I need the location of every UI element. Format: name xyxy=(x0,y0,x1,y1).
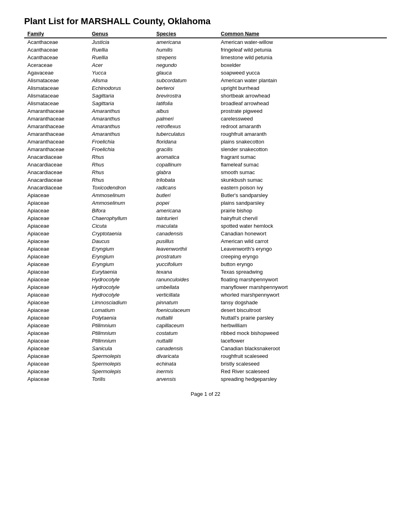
cell-28-0: Apiaceae xyxy=(24,253,89,260)
cell-15-1: Rhus xyxy=(89,153,153,161)
cell-0-1: Justicia xyxy=(89,38,153,46)
cell-44-1: Torilis xyxy=(89,375,153,383)
cell-20-0: Apiaceae xyxy=(24,191,89,199)
plant-table: Family Genus Species Common Name Acantha… xyxy=(24,30,387,383)
cell-3-0: Aceraceae xyxy=(24,61,89,69)
cell-34-0: Apiaceae xyxy=(24,299,89,306)
cell-12-0: Amaranthaceae xyxy=(24,130,89,138)
cell-32-3: manyflower marshpennywort xyxy=(218,283,387,291)
cell-21-2: popei xyxy=(153,199,218,207)
cell-37-1: Ptilimnium xyxy=(89,322,153,329)
cell-8-2: latifolia xyxy=(153,100,218,107)
cell-4-0: Agavaceae xyxy=(24,69,89,77)
cell-1-1: Ruellia xyxy=(89,46,153,54)
cell-21-3: plains sandparsley xyxy=(218,199,387,207)
cell-27-2: leavenworthii xyxy=(153,245,218,253)
cell-21-1: Ammoselinum xyxy=(89,199,153,207)
table-row: ApiaceaePtilimniumcostatumribbed mock bi… xyxy=(24,329,387,337)
cell-40-0: Apiaceae xyxy=(24,345,89,352)
cell-7-0: Alismataceae xyxy=(24,92,89,100)
cell-10-1: Amaranthus xyxy=(89,115,153,123)
page-title: Plant List for MARSHALL County, Oklahoma xyxy=(24,16,387,27)
cell-11-1: Amaranthus xyxy=(89,123,153,130)
cell-37-3: herbwilliam xyxy=(218,322,387,329)
col-family: Family xyxy=(24,30,89,38)
cell-27-1: Eryngium xyxy=(89,245,153,253)
cell-20-3: Butler's sandparsley xyxy=(218,191,387,199)
cell-24-1: Cicuta xyxy=(89,222,153,230)
cell-37-0: Apiaceae xyxy=(24,322,89,329)
table-row: ApiaceaeLomatiumfoeniculaceumdesert bisc… xyxy=(24,306,387,314)
cell-25-2: canadensis xyxy=(153,230,218,237)
cell-24-3: spotted water hemlock xyxy=(218,222,387,230)
cell-2-0: Acanthaceae xyxy=(24,54,89,61)
cell-36-3: Nuttall's prairie parsley xyxy=(218,314,387,322)
cell-42-0: Apiaceae xyxy=(24,360,89,368)
cell-19-1: Toxicodendron xyxy=(89,184,153,191)
cell-31-1: Hydrocotyle xyxy=(89,276,153,283)
table-row: ApiaceaeLimnosciadiumpinnatumtansy dogsh… xyxy=(24,299,387,306)
cell-31-0: Apiaceae xyxy=(24,276,89,283)
cell-29-2: yuccifolium xyxy=(153,260,218,268)
cell-18-2: trilobata xyxy=(153,176,218,184)
table-row: ApiaceaeChaerophyllumtainturierihairyfru… xyxy=(24,214,387,222)
cell-18-0: Anacardiaceae xyxy=(24,176,89,184)
cell-23-3: hairyfruit chervil xyxy=(218,214,387,222)
table-row: AgavaceaeYuccaglaucasoapweed yucca xyxy=(24,69,387,77)
cell-27-3: Leavenworth's eryngo xyxy=(218,245,387,253)
cell-26-1: Daucus xyxy=(89,237,153,245)
cell-0-2: americana xyxy=(153,38,218,46)
cell-1-0: Acanthaceae xyxy=(24,46,89,54)
cell-20-2: butleri xyxy=(153,191,218,199)
table-row: ApiaceaeTorilisarvensisspreading hedgepa… xyxy=(24,375,387,383)
cell-42-1: Spermolepis xyxy=(89,360,153,368)
table-row: AmaranthaceaeFroelichiagracilisslender s… xyxy=(24,145,387,153)
cell-5-2: subcordatum xyxy=(153,77,218,84)
cell-36-2: nuttallii xyxy=(153,314,218,322)
cell-44-3: spreading hedgeparsley xyxy=(218,375,387,383)
cell-10-2: palmeri xyxy=(153,115,218,123)
cell-7-3: shortbeak arrowhead xyxy=(218,92,387,100)
cell-6-3: upright burrhead xyxy=(218,84,387,92)
table-row: ApiaceaeEryngiumleavenworthiiLeavenworth… xyxy=(24,245,387,253)
cell-34-3: tansy dogshade xyxy=(218,299,387,306)
cell-28-2: prostratum xyxy=(153,253,218,260)
table-row: AcanthaceaeJusticiaamericanaAmerican wat… xyxy=(24,38,387,46)
cell-8-3: broadleaf arrowhead xyxy=(218,100,387,107)
cell-7-1: Sagittaria xyxy=(89,92,153,100)
table-row: ApiaceaeHydrocotyleranunculoidesfloating… xyxy=(24,276,387,283)
cell-33-3: whorled marshpennywort xyxy=(218,291,387,299)
cell-38-3: ribbed mock bishopweed xyxy=(218,329,387,337)
cell-38-2: costatum xyxy=(153,329,218,337)
cell-17-1: Rhus xyxy=(89,168,153,176)
cell-44-2: arvensis xyxy=(153,375,218,383)
table-row: ApiaceaeEryngiumprostratumcreeping eryng… xyxy=(24,253,387,260)
cell-39-1: Ptilimnium xyxy=(89,337,153,345)
table-row: ApiaceaeBiforaamericanaprairie bishop xyxy=(24,207,387,214)
cell-35-1: Lomatium xyxy=(89,306,153,314)
table-row: ApiaceaeAmmoselinumpopeiplains sandparsl… xyxy=(24,199,387,207)
cell-10-0: Amaranthaceae xyxy=(24,115,89,123)
table-row: ApiaceaeEurytaeniatexanaTexas spreadwing xyxy=(24,268,387,276)
col-common-name: Common Name xyxy=(218,30,387,38)
page-footer: Page 1 of 22 xyxy=(24,391,387,397)
cell-12-1: Amaranthus xyxy=(89,130,153,138)
cell-40-3: Canadian blacksnakeroot xyxy=(218,345,387,352)
cell-13-2: floridana xyxy=(153,138,218,145)
cell-17-2: glabra xyxy=(153,168,218,176)
col-genus: Genus xyxy=(89,30,153,38)
cell-33-0: Apiaceae xyxy=(24,291,89,299)
cell-25-0: Apiaceae xyxy=(24,230,89,237)
cell-8-1: Sagittaria xyxy=(89,100,153,107)
cell-37-2: capillaceum xyxy=(153,322,218,329)
cell-26-2: pusillus xyxy=(153,237,218,245)
cell-31-2: ranunculoides xyxy=(153,276,218,283)
cell-16-2: copallinum xyxy=(153,161,218,168)
cell-4-2: glauca xyxy=(153,69,218,77)
table-row: ApiaceaeEryngiumyuccifoliumbutton eryngo xyxy=(24,260,387,268)
cell-20-1: Ammoselinum xyxy=(89,191,153,199)
cell-3-3: boxelder xyxy=(218,61,387,69)
cell-43-2: inermis xyxy=(153,368,218,375)
cell-22-0: Apiaceae xyxy=(24,207,89,214)
cell-6-0: Alismataceae xyxy=(24,84,89,92)
